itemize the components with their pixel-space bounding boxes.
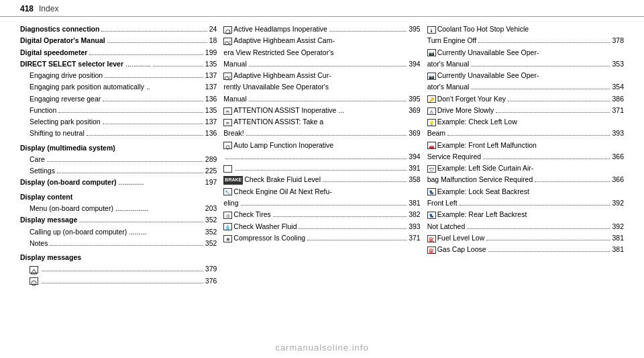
entry-label: era View Restricted See Operator's (223, 48, 333, 56)
dot-leader (235, 170, 407, 171)
list-item: ⊙Check Tires 382 (223, 209, 420, 220)
entry-label: ⚠Drive More Slowly (427, 105, 494, 116)
header-bar: 418 Index (0, 0, 644, 17)
seat-icon: 💺 (427, 188, 436, 195)
dot-leader (508, 101, 610, 101)
entry-label: Service Required (427, 151, 482, 162)
airbag-icon: 🛡 (427, 165, 436, 173)
entry-label: Manual (223, 93, 246, 104)
highbeam2-icon (223, 73, 232, 80)
entry-label: Front Left (427, 197, 458, 208)
rear-icon: 💺 (427, 212, 436, 219)
list-item: Turn Engine Off 378 (427, 35, 624, 46)
entry-label: Turn Engine Off (427, 35, 477, 46)
dot-leader (471, 89, 610, 89)
page-container: 418 Index Diagnostics connection 24 Digi… (0, 0, 644, 358)
list-item: Display messages (20, 252, 217, 263)
svg-point-4 (226, 30, 230, 34)
entry-label: 💺Example: Lock Seat Backrest (427, 187, 529, 195)
dot-leader (447, 135, 610, 136)
speed-icon: ⚠ (427, 107, 436, 115)
list-item: Service Required 366 (427, 151, 624, 162)
headlamp-icon (223, 26, 232, 34)
list-item: DIRECT SELECT selector lever ...........… (20, 58, 217, 69)
entry-label: ator's Manual (427, 81, 470, 92)
dot-leader (153, 66, 203, 66)
gas-icon: ⛽ (427, 247, 436, 254)
list-item: Auto Lamp Function Inoperative (223, 140, 420, 150)
entry-label: bag Malfunction Service Required (427, 174, 533, 185)
dot-leader (79, 222, 203, 222)
beam-icon: 💡 (427, 119, 436, 126)
dot-leader (241, 205, 407, 206)
svg-text:!: ! (34, 271, 34, 275)
list-item: 394 (223, 151, 420, 162)
list-item: Settings 225 (20, 165, 217, 176)
dot-leader (478, 42, 610, 43)
list-item: ☕ATTENTION ASSIST: Take a (223, 116, 420, 127)
tire-icon: ⊙ (223, 212, 232, 219)
dot-leader (246, 135, 407, 136)
list-item: Menu (on-board computer) ...............… (20, 203, 217, 214)
list-item: Selecting park position 137 (20, 116, 217, 127)
list-item: i 376 (20, 275, 217, 286)
list-item: ator's Manual 354 (427, 81, 624, 92)
entry-label: 💧Check Washer Fluid (223, 221, 297, 232)
page-number: 418 (20, 4, 34, 13)
cam2-icon: 📷 (427, 73, 436, 80)
entry-label: eling (223, 197, 238, 208)
list-item: ator's Manual 353 (427, 58, 624, 69)
list-item: ! 379 (20, 263, 217, 274)
dot-leader (47, 161, 203, 162)
list-item: Manual 395 (223, 93, 420, 104)
entry-label: 🚗Example: Front Left Malfunction (427, 141, 537, 149)
entry-label: Adaptive Highbeam Assist Cam- (223, 36, 335, 44)
brake-icon: BRAKE (223, 176, 243, 185)
list-item: Calling up (on-board computer) .........… (20, 226, 217, 237)
svg-point-12 (225, 77, 229, 80)
entry-label: Settings (20, 165, 55, 176)
column-3: 🌡Coolant Too Hot Stop Vehicle Turn Engin… (427, 24, 624, 287)
dot-leader (103, 101, 203, 101)
entry-label: Display (on-board computer) ............… (20, 177, 144, 187)
engine-icon: 🔧 (223, 188, 232, 195)
fuel-icon: ⛽ (427, 235, 436, 242)
list-item: 🔑Don't Forget Your Key 386 (427, 93, 624, 104)
dot-leader (107, 42, 207, 43)
list-item: 💺Example: Rear Left Backrest (427, 209, 624, 220)
dot-leader (105, 77, 203, 78)
list-item: Display content (20, 191, 217, 202)
rect-icon (223, 165, 232, 173)
content-area: Diagnostics connection 24 Digital Operat… (0, 24, 644, 287)
list-item: Not Latched 392 (427, 221, 624, 232)
entry-label (223, 163, 233, 173)
list-item: Active Headlamps Inoperative 395 (223, 24, 420, 34)
entry-label: Beam (427, 128, 445, 138)
dot-leader (307, 240, 407, 240)
list-item: ⛽Fuel Level Low 381 (427, 232, 624, 243)
entry-label: ! (20, 263, 40, 274)
cam1-icon: 📷 (427, 49, 436, 56)
list-item: Engaging drive position 137 (20, 70, 217, 81)
key-icon: 🔑 (427, 95, 436, 103)
svg-point-16 (226, 146, 229, 149)
list-item: Digital speedometer 199 (20, 47, 217, 58)
highbeam-icon (223, 38, 232, 45)
list-item: ⛽Gas Cap Loose 381 (427, 244, 624, 255)
dot-leader (225, 159, 407, 159)
dot-leader (460, 205, 610, 206)
dot-leader (89, 54, 203, 55)
attention-icon: ☕ (223, 107, 232, 115)
lamp-icon (223, 142, 232, 149)
dot-leader (299, 228, 407, 229)
entry-label: 📷Currently Unavailable See Oper- (427, 71, 539, 79)
dot-leader (50, 245, 203, 246)
list-item: eling 381 (223, 197, 420, 208)
entry-label: Active Headlamps Inoperative (223, 24, 327, 34)
entry-label: Menu (on-board computer) ...............… (20, 203, 148, 214)
list-item: era View Restricted See Operator's (223, 47, 420, 58)
dot-leader (42, 283, 203, 283)
entry-label: Not Latched (427, 221, 466, 232)
dot-leader (323, 181, 407, 182)
list-item: bag Malfunction Service Required 366 (427, 174, 624, 185)
